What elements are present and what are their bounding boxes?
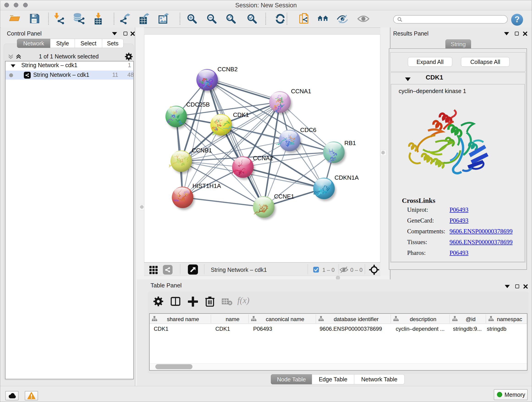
svg-text:CCNA1: CCNA1 (291, 88, 311, 95)
svg-text:CDC25B: CDC25B (186, 101, 210, 108)
svg-text:CDKN1A: CDKN1A (335, 174, 359, 181)
svg-text:HIST1H1A: HIST1H1A (192, 182, 221, 189)
svg-text:CCNE1: CCNE1 (274, 193, 294, 200)
svg-text:RB1: RB1 (344, 140, 356, 147)
svg-text:CDK1: CDK1 (233, 111, 249, 118)
svg-text:CDC6: CDC6 (300, 127, 317, 133)
svg-text:CCNB1: CCNB1 (192, 147, 212, 154)
svg-text:CCNA2: CCNA2 (253, 155, 273, 162)
svg-text:CCNB2: CCNB2 (217, 66, 238, 73)
